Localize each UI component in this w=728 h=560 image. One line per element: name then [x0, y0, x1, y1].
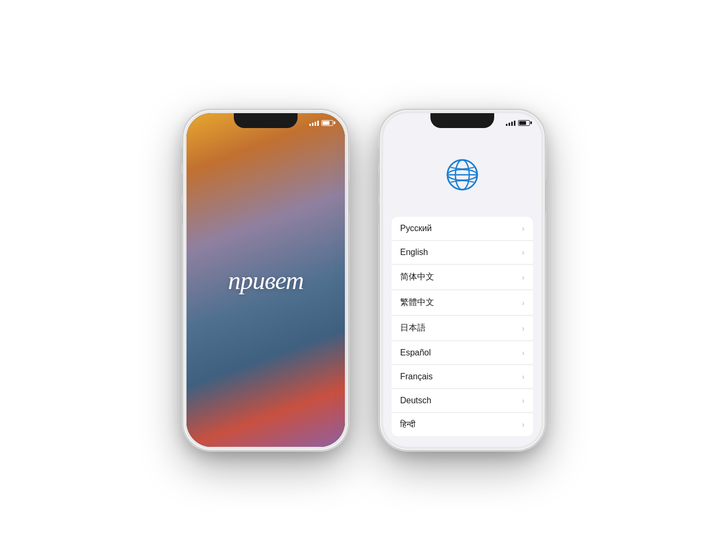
volume-down-button-2 — [378, 203, 380, 224]
language-card: Русский › English › 简体中文 › 繁體中文 › 日本語 — [392, 217, 533, 436]
lang-item-spanish[interactable]: Español › — [392, 341, 533, 365]
greeting-text: привет — [228, 266, 303, 295]
lang-label-japanese: 日本語 — [400, 323, 426, 334]
signal-bar-2 — [312, 123, 314, 126]
signal-bar-4 — [317, 121, 319, 126]
phone-1-screen: привет — [187, 113, 345, 447]
signal-bar-2-4 — [514, 121, 515, 126]
power-button-2 — [545, 179, 547, 214]
battery-fill-2 — [519, 121, 526, 125]
silent-switch — [181, 148, 183, 164]
lang-item-english[interactable]: English › — [392, 241, 533, 265]
lang-item-german[interactable]: Deutsch › — [392, 389, 533, 413]
signal-bar-2-1 — [506, 124, 507, 126]
lang-item-simplified-chinese[interactable]: 简体中文 › — [392, 265, 533, 290]
lang-item-russian[interactable]: Русский › — [392, 217, 533, 241]
lang-label-hindi: हिन्दी — [400, 420, 416, 429]
volume-up-button — [181, 174, 183, 195]
greeting-label: привет — [228, 266, 303, 294]
lang-item-traditional-chinese[interactable]: 繁體中文 › — [392, 290, 533, 316]
lang-item-french[interactable]: Français › — [392, 365, 533, 389]
chevron-german: › — [522, 396, 524, 405]
phone-1: привет — [183, 110, 348, 450]
chevron-traditional-chinese: › — [522, 299, 524, 307]
globe-icon — [443, 156, 481, 194]
status-icons-1 — [309, 120, 333, 126]
volume-up-button-2 — [378, 174, 380, 195]
volume-down-button — [181, 203, 183, 224]
signal-bar-2-2 — [509, 123, 510, 126]
battery-icon-1 — [321, 120, 333, 126]
signal-bar-3 — [315, 122, 316, 126]
lang-item-hindi[interactable]: हिन्दी › — [392, 413, 533, 436]
lang-label-traditional-chinese: 繁體中文 — [400, 297, 434, 308]
signal-icon-1 — [309, 120, 319, 126]
language-list: Русский › English › 简体中文 › 繁體中文 › 日本語 — [383, 217, 541, 447]
lang-item-japanese[interactable]: 日本語 › — [392, 316, 533, 341]
chevron-english: › — [522, 248, 524, 257]
lang-label-russian: Русский — [400, 224, 431, 233]
chevron-simplified-chinese: › — [522, 273, 524, 282]
signal-icon-2 — [506, 120, 515, 126]
chevron-hindi: › — [522, 420, 524, 429]
chevron-russian: › — [522, 224, 524, 233]
battery-fill-1 — [323, 121, 329, 125]
status-icons-2 — [506, 120, 530, 126]
phone-2: Русский › English › 简体中文 › 繁體中文 › 日本語 — [380, 110, 545, 450]
chevron-spanish: › — [522, 349, 524, 357]
power-button — [348, 179, 350, 214]
globe-container — [383, 156, 541, 194]
silent-switch-2 — [378, 148, 380, 164]
signal-bar-1 — [309, 124, 311, 126]
notch-2 — [430, 113, 494, 128]
lang-label-english: English — [400, 248, 428, 257]
signal-bar-2-3 — [511, 122, 513, 126]
notch — [234, 113, 298, 128]
lang-label-spanish: Español — [400, 348, 431, 358]
battery-icon-2 — [518, 120, 530, 126]
chevron-french: › — [522, 372, 524, 381]
phone-2-screen: Русский › English › 简体中文 › 繁體中文 › 日本語 — [383, 113, 541, 447]
lang-label-german: Deutsch — [400, 396, 431, 405]
lang-label-french: Français — [400, 372, 433, 381]
lang-label-simplified-chinese: 简体中文 — [400, 271, 434, 283]
chevron-japanese: › — [522, 324, 524, 333]
